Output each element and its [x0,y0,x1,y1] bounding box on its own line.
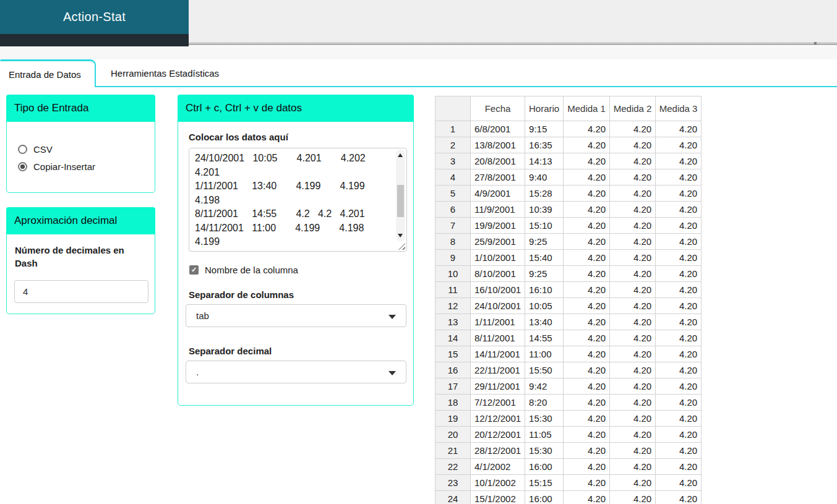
table-cell: 4.20 [564,378,610,395]
csv-radio-label: CSV [33,144,53,155]
col-header-medida-3: Medida 3 [656,96,702,121]
table-cell: 4.20 [564,169,610,186]
row-index-cell: 3 [436,153,471,169]
paste-data-panel: Ctrl + c, Ctrl + v de datos Colocar los … [178,95,414,406]
table-row: 1224/10/200110:054.204.204.20 [436,298,702,314]
paste-textarea-wrap: 24/10/2001 10:05 4.201 4.202 4.201 1/11/… [189,148,407,252]
col-header-horario: Horario [525,96,564,121]
tab-entrada-de-datos[interactable]: Entrada de Datos [0,59,96,87]
table-cell: 4.20 [656,443,702,459]
table-cell: 12/12/2001 [471,411,525,427]
app-title: Action-Stat [63,10,126,24]
table-cell: 1/11/2001 [471,314,525,330]
table-row: 148/11/200114:554.204.204.20 [436,330,702,346]
table-cell: 4.20 [656,314,702,330]
table-cell: 22/11/2001 [471,362,525,378]
row-index-cell: 5 [436,186,471,202]
table-row: 1514/11/200111:004.204.204.20 [436,346,702,362]
scroll-down-icon[interactable] [398,234,403,237]
row-index-cell: 20 [436,427,471,443]
copiar-insertar-radio-label: Copiar-Insertar [33,161,95,172]
row-index-cell: 21 [436,443,471,459]
col-header-fecha: Fecha [471,96,525,121]
data-table-body: 16/8/20019:154.204.204.20213/8/200116:35… [436,121,702,504]
table-cell: 16:10 [525,282,564,298]
table-cell: 4.20 [656,266,702,282]
csv-radio[interactable] [18,145,27,154]
table-cell: 4.20 [610,378,656,395]
table-cell: 4.20 [564,395,610,411]
data-table-container: Fecha Horario Medida 1 Medida 2 Medida 3… [435,96,702,504]
copiar-insertar-radio[interactable] [18,162,27,171]
table-row: 1622/11/200115:504.204.204.20 [436,362,702,378]
textarea-scrollbar-thumb[interactable] [397,185,404,217]
table-cell: 4.20 [564,330,610,346]
table-cell: 4.20 [610,153,656,169]
tab-bar: Entrada de Datos Herramientas Estadístic… [0,59,837,88]
column-separator-value: tab [196,310,209,321]
table-cell: 11:05 [525,427,564,443]
table-cell: 19/9/2001 [471,218,525,234]
table-cell: 4.20 [656,411,702,427]
decimal-approx-panel-header: Aproximación decimal [6,207,155,234]
table-row: 16/8/20019:154.204.204.20 [436,121,702,137]
table-cell: 4.20 [656,427,702,443]
table-row: 1729/11/20019:424.204.204.20 [436,378,702,395]
tab-herramientas-estadisticas[interactable]: Herramientas Estadísticas [97,59,258,87]
table-cell: 4.20 [610,314,656,330]
decimals-count-input[interactable]: 4 [14,280,148,303]
horizontal-scrollbar-thumb[interactable] [814,42,817,45]
table-cell: 10:39 [525,202,564,218]
row-index-cell: 18 [436,395,471,411]
table-cell: 4.20 [656,378,702,395]
table-cell: 4.20 [610,346,656,362]
radio-row-copiar-insertar[interactable]: Copiar-Insertar [18,161,155,172]
table-cell: 4.20 [564,459,610,475]
row-index-cell: 8 [436,234,471,250]
table-row: 719/9/200115:104.204.204.20 [436,218,702,234]
column-separator-select[interactable]: tab [186,304,406,327]
table-cell: 4.20 [610,234,656,250]
scroll-up-icon[interactable] [398,153,403,157]
row-index-cell: 1 [436,121,471,137]
row-index-cell: 15 [436,346,471,362]
table-cell: 4.20 [610,137,656,153]
table-cell: 11/9/2001 [471,202,525,218]
tab-entrada-label: Entrada de Datos [9,69,81,80]
table-cell: 4.20 [564,282,610,298]
table-cell: 4.20 [656,282,702,298]
table-row: 131/11/200113:404.204.204.20 [436,314,702,330]
decimals-count-label: Número de decimales en Dash [7,234,155,270]
table-row: 213/8/200116:354.204.204.20 [436,137,702,153]
table-cell: 13/8/2001 [471,137,525,153]
table-cell: 4.20 [610,330,656,346]
table-cell: 4.20 [564,121,610,137]
column-name-checkbox-label: Nombre de la columna [205,265,298,275]
radio-row-csv[interactable]: CSV [18,144,155,155]
textarea-scrollbar[interactable] [396,150,405,241]
column-name-checkbox[interactable]: ✓ [189,265,199,275]
decimal-separator-select[interactable]: . [186,361,406,383]
row-index-cell: 9 [436,250,471,266]
table-cell: 29/11/2001 [471,378,525,395]
row-index-cell: 16 [436,362,471,378]
paste-textarea[interactable]: 24/10/2001 10:05 4.201 4.202 4.201 1/11/… [189,148,407,252]
table-cell: 15:40 [525,250,564,266]
table-cell: 4.20 [656,169,702,186]
row-index-cell: 24 [436,491,471,504]
horizontal-scrollbar[interactable] [189,42,837,45]
column-name-check-row[interactable]: ✓ Nombre de la columna [189,265,298,275]
table-cell: 13:40 [525,314,564,330]
table-cell: 24/10/2001 [471,298,525,314]
table-row: 2310/1/200215:154.204.204.20 [436,475,702,491]
table-cell: 16:00 [525,491,564,504]
table-cell: 4.20 [656,234,702,250]
table-cell: 4.20 [656,346,702,362]
col-header-index [436,96,471,121]
table-cell: 15:28 [525,186,564,202]
table-cell: 4.20 [610,186,656,202]
table-row: 91/10/200115:404.204.204.20 [436,250,702,266]
table-row: 224/1/200216:004.204.204.20 [436,459,702,475]
table-cell: 4.20 [610,459,656,475]
app-header-shadow-bar [0,34,189,46]
